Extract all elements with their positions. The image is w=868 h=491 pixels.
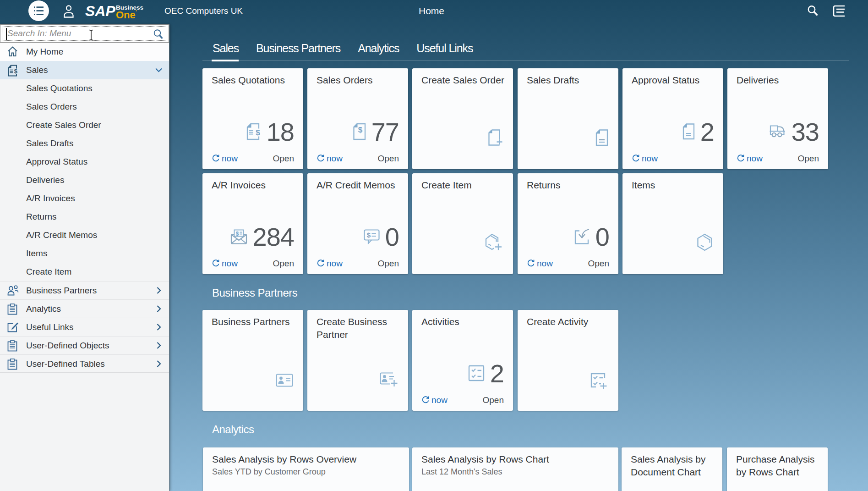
svg-text:$: $: [367, 231, 371, 238]
svg-text:$: $: [14, 68, 18, 75]
svg-text:$: $: [235, 231, 239, 237]
svg-text:$: $: [256, 128, 260, 137]
svg-text:$: $: [358, 126, 362, 134]
